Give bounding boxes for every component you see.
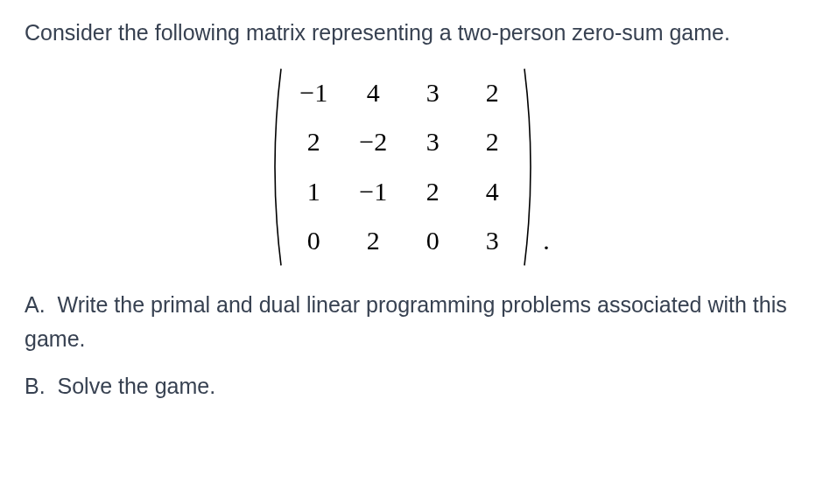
matrix-cell: 2 [355,220,390,262]
matrix-cell: 3 [415,73,450,114]
matrix-cell: 2 [296,122,331,163]
matrix-cell: 0 [296,220,331,262]
matrix-cell: 1 [296,172,331,213]
question-a: A. Write the primal and dual linear prog… [25,288,791,356]
matrix-cell: 2 [475,122,510,163]
matrix-period: . [539,220,550,269]
matrix-container: −1 4 3 2 2 −2 3 2 1 −1 2 4 0 2 0 3 . [25,66,791,269]
matrix-cell: 3 [415,122,450,163]
intro-text: Consider the following matrix representi… [25,16,791,50]
matrix-cell: 0 [415,220,450,262]
matrix-cell: 2 [415,172,450,213]
matrix-cell: 4 [475,172,510,213]
matrix-cell: −1 [355,172,390,213]
matrix-cell: 4 [355,73,390,114]
left-paren-icon [266,66,284,269]
matrix: −1 4 3 2 2 −2 3 2 1 −1 2 4 0 2 0 3 [266,66,539,269]
matrix-cell: −1 [296,73,331,114]
right-paren-icon [522,66,539,269]
matrix-cell: 3 [475,220,510,262]
question-b: B. Solve the game. [25,369,791,403]
matrix-body: −1 4 3 2 2 −2 3 2 1 −1 2 4 0 2 0 3 [284,66,522,269]
matrix-cell: 2 [475,73,510,114]
matrix-cell: −2 [355,122,390,163]
